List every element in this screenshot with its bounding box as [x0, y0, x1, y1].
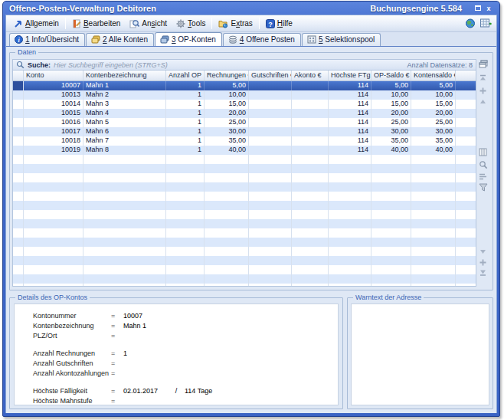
detail-label: PLZ/Ort [33, 332, 111, 340]
table-row[interactable]: 10015Mahn 4120,0011420,0020,00 [13, 109, 476, 118]
filter-icon[interactable] [479, 183, 488, 192]
cards-blue-icon [160, 35, 169, 44]
detail-label: Höchste Mahnstufe [33, 397, 111, 405]
arrow-up-right-icon [14, 19, 23, 28]
gear-icon [176, 19, 185, 28]
detail-value: 10007 [123, 312, 168, 320]
zoom-icon[interactable] [479, 160, 488, 169]
detail-label: Kontonummer [33, 312, 111, 320]
go-down-icon[interactable] [479, 258, 487, 267]
pool-icon [307, 35, 316, 44]
close-button[interactable]: x [483, 3, 494, 13]
table-empty-row [13, 192, 476, 201]
title-bar: Offene-Posten-Verwaltung Debitoren Buchu… [5, 2, 497, 15]
detail-field-row: Anzahl Akontozahlungen= [33, 368, 338, 378]
column-header[interactable]: Anzahl OP [166, 71, 205, 80]
equals-sign: = [111, 322, 123, 330]
equals-sign: = [111, 349, 123, 357]
warntext-group: Warntext der Adresse [347, 297, 493, 409]
engine-version: Buchungsengine 5.584 [370, 4, 462, 13]
detail-field-row: Anzahl Rechnungen=1 [33, 348, 338, 358]
table-empty-row [13, 238, 476, 247]
detail-label: Kontenbezeichnung [33, 322, 111, 330]
table-row[interactable]: 10016Mahn 5125,0011425,0025,00 [13, 118, 476, 127]
menu-tools[interactable]: Tools [172, 18, 210, 30]
menu-separator [211, 18, 212, 29]
cards-yellow-icon [91, 35, 100, 44]
restore-icon [475, 5, 481, 11]
go-top-icon[interactable] [479, 74, 487, 81]
detail-field-row: Kontenbezeichnung=Mahn 1 [33, 320, 338, 330]
edit-icon [72, 19, 81, 28]
table-empty-row [13, 182, 476, 192]
restore-button[interactable] [473, 3, 483, 13]
column-header[interactable]: Konto [24, 71, 83, 80]
equals-sign: = [111, 387, 123, 395]
column-header[interactable]: Gutschriften € [249, 71, 292, 80]
tab-strip: i 1 Info/Übersicht 2 Alle Konten 3 OP-Ko… [6, 32, 496, 47]
go-prev-icon[interactable] [479, 99, 487, 104]
menu-extras[interactable]: Extras [214, 18, 257, 30]
table-empty-row [13, 284, 476, 287]
table-row[interactable]: 10019Mahn 8140,0011440,0040,00 [13, 146, 476, 155]
sort-list-icon[interactable] [479, 173, 488, 180]
app-window: Offene-Posten-Verwaltung Debitoren Buchu… [2, 1, 500, 417]
column-header[interactable]: Höchste FTg. [329, 71, 371, 80]
table-row[interactable]: 10007Mahn 115,001145,005,00 [13, 81, 476, 90]
table-empty-row [13, 228, 476, 238]
menu-hilfe[interactable]: ? Hilfe [261, 18, 297, 30]
menu-allgemein[interactable]: Allgemein [9, 18, 64, 30]
search-input[interactable] [54, 61, 404, 70]
equals-sign: = [111, 312, 123, 320]
detail-label: Anzahl Rechnungen [33, 349, 111, 357]
table-row[interactable]: 10018Mahn 7135,0011435,0035,00 [13, 136, 476, 146]
tab-info-uebersicht[interactable]: i 1 Info/Übersicht [9, 33, 85, 46]
table-body: 10007Mahn 115,001145,005,0010013Mahn 211… [13, 81, 476, 287]
detail-separator: / [168, 387, 185, 395]
column-chooser-icon[interactable] [479, 60, 488, 68]
table-row[interactable]: 10014Mahn 3115,0011415,0015,00 [13, 100, 476, 109]
go-next-icon[interactable] [479, 249, 487, 254]
daten-group: Daten Suche: Anzahl Datensätze: 8 KontoK… [9, 52, 493, 290]
record-count: Anzahl Datensätze: 8 [407, 61, 473, 69]
column-header[interactable]: OP-Saldo € [371, 71, 411, 80]
details-group-label: Details des OP-Kontos [15, 294, 90, 301]
tab-offene-posten[interactable]: 4 Offene Posten [223, 33, 301, 46]
equals-sign: = [111, 369, 123, 377]
svg-text:?: ? [268, 20, 273, 28]
table-empty-row [13, 155, 476, 164]
folder-icon [218, 19, 228, 28]
table-row[interactable]: 10017Mahn 6130,0011430,0030,00 [13, 127, 476, 136]
go-bottom-icon[interactable] [479, 269, 487, 276]
table-row[interactable]: 10013Mahn 2110,0011410,0010,00 [13, 90, 476, 100]
column-header[interactable]: Akonto € [292, 71, 329, 80]
table-empty-row [13, 256, 476, 265]
column-header[interactable]: Rechnungen € [205, 71, 249, 80]
table-empty-row [13, 210, 476, 219]
column-header[interactable]: Kontensaldo € [411, 71, 456, 80]
column-header[interactable]: Kontenbezeichnung [83, 71, 166, 80]
detail-label: Höchste Fälligkeit [33, 387, 111, 395]
detail-value-2: 114 Tage [185, 387, 212, 395]
op-konten-table: KontoKontenbezeichnungAnzahl OPRechnunge… [12, 71, 476, 287]
go-up-icon[interactable] [479, 87, 487, 95]
table-empty-row [13, 219, 476, 228]
search-icon [16, 61, 25, 69]
tab-op-konten[interactable]: 3 OP-Konten [155, 32, 222, 46]
menu-bearbeiten[interactable]: Bearbeiten [67, 18, 125, 30]
table-empty-row [13, 274, 476, 284]
tab-selektionspool[interactable]: 5 Selektionspool [302, 33, 381, 46]
warntext-group-label: Warntext der Adresse [353, 294, 424, 301]
equals-sign: = [111, 332, 123, 340]
detail-field-row: Anzahl Gutschriften= [33, 358, 338, 368]
columns-icon[interactable] [479, 148, 487, 156]
tab-alle-konten[interactable]: 2 Alle Konten [86, 33, 154, 46]
window-title: Offene-Posten-Verwaltung Debitoren [9, 4, 370, 13]
table-header-row: KontoKontenbezeichnungAnzahl OPRechnunge… [13, 71, 476, 81]
globe-icon[interactable] [465, 18, 476, 28]
table-add-icon[interactable] [480, 18, 492, 28]
detail-value: 02.01.2017 [123, 387, 168, 395]
menu-ansicht[interactable]: Ansicht [125, 18, 172, 30]
grid-toolbar [476, 59, 490, 287]
detail-label: Anzahl Akontozahlungen [33, 369, 111, 377]
